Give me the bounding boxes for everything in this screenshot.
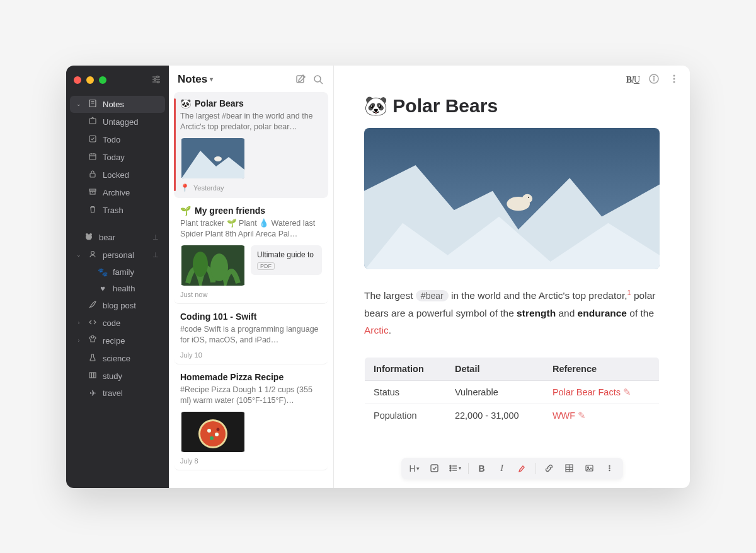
sidebar-tag-science[interactable]: science <box>70 350 165 367</box>
svg-point-56 <box>450 468 451 469</box>
new-note-button[interactable] <box>294 73 307 86</box>
sidebar-item-trash[interactable]: Trash <box>70 202 165 219</box>
sidebar-tag-bear[interactable]: bear ⊥ <box>70 229 165 246</box>
document-paragraph[interactable]: The largest #bear in the world and the A… <box>364 287 660 340</box>
svg-rect-9 <box>89 119 96 124</box>
chevron-right-icon: › <box>75 320 83 326</box>
document-title[interactable]: 🐼 Polar Bears <box>364 95 660 117</box>
plane-icon: ✈ <box>88 388 98 398</box>
sidebar-tag-blogpost[interactable]: blog post <box>70 297 165 314</box>
feather-icon <box>88 300 98 311</box>
tag-label: bear <box>99 233 147 242</box>
books-icon <box>88 371 98 381</box>
table-header: Reference <box>544 358 660 381</box>
note-card[interactable]: 🐼 Polar Bears The largest #bear in the w… <box>174 92 328 198</box>
note-card[interactable]: Coding 101 - Swift #code Swift is a prog… <box>174 305 328 364</box>
window-controls <box>66 71 169 94</box>
tag-label: recipe <box>103 336 159 346</box>
table-button[interactable] <box>560 460 579 477</box>
maximize-window-button[interactable] <box>99 76 106 84</box>
minimize-window-button[interactable] <box>86 76 94 84</box>
hashtag[interactable]: #bear <box>416 290 449 301</box>
sidebar-item-untagged[interactable]: Untagged <box>70 114 165 131</box>
sidebar-tag-health[interactable]: ♥ health <box>70 281 165 296</box>
svg-point-34 <box>210 253 228 281</box>
svg-point-68 <box>609 467 610 469</box>
editor-body[interactable]: 🐼 Polar Bears The largest #bear in the w… <box>334 95 690 488</box>
sidebar-tag-personal[interactable]: ⌄ personal ⊥ <box>70 247 165 264</box>
more-format-button[interactable] <box>600 460 619 477</box>
more-menu-button[interactable] <box>668 73 680 87</box>
lock-icon <box>88 170 98 180</box>
sidebar-item-archive[interactable]: Archive <box>70 184 165 201</box>
note-list-title-dropdown[interactable]: Notes ▾ <box>178 73 213 86</box>
table-header: Detail <box>446 358 544 381</box>
sidebar-tag-code[interactable]: › code <box>70 315 165 332</box>
sidebar-tag-study[interactable]: study <box>70 368 165 385</box>
note-title: Coding 101 - Swift <box>180 311 256 322</box>
edit-icon[interactable]: ✎ <box>578 410 586 421</box>
tag-label: health <box>113 284 159 293</box>
svg-point-45 <box>673 74 675 76</box>
tag-label: family <box>113 267 159 277</box>
svg-point-33 <box>193 252 208 277</box>
italic-button[interactable]: I <box>493 460 512 477</box>
svg-rect-54 <box>431 465 438 472</box>
sidebar-label: Today <box>103 153 159 162</box>
note-preview: #Recipe Pizza Dough 1 1/2 cups (355 ml) … <box>180 385 322 407</box>
note-attachment[interactable]: Ultimate guide to PDF <box>251 245 322 275</box>
svg-rect-23 <box>89 373 91 378</box>
note-preview: Plant tracker 🌱 Plant 💧 Watered last Spi… <box>180 218 322 240</box>
note-card[interactable]: 🌱 My green friends Plant tracker 🌱 Plant… <box>174 199 328 304</box>
editor-panel: BIU 🐼 Polar Bears <box>334 66 690 488</box>
svg-point-38 <box>207 429 211 433</box>
sidebar-label: Todo <box>103 135 159 144</box>
svg-point-46 <box>673 78 675 79</box>
sidebar-item-notes[interactable]: ⌄ Notes <box>70 96 165 113</box>
svg-point-41 <box>217 428 220 431</box>
sidebar-tag-recipe[interactable]: › recipe <box>70 332 165 349</box>
svg-point-37 <box>200 421 226 446</box>
table-row[interactable]: Status Vulnerable Polar Bear Facts✎ <box>365 381 660 404</box>
archive-icon <box>88 187 98 198</box>
reference-link[interactable]: Polar Bear Facts <box>553 387 621 397</box>
note-list-panel: Notes ▾ 🐼 Polar Bears The largest #bear … <box>169 66 334 488</box>
note-title: My green friends <box>195 206 265 216</box>
table-row[interactable]: Population 22,000 - 31,000 WWF✎ <box>365 404 660 428</box>
close-window-button[interactable] <box>74 76 81 84</box>
code-icon <box>88 318 98 329</box>
chevron-right-icon: › <box>75 337 83 344</box>
highlight-button[interactable] <box>513 460 532 477</box>
edit-icon[interactable]: ✎ <box>623 387 631 397</box>
image-button[interactable] <box>580 460 599 477</box>
data-table[interactable]: Information Detail Reference Status Vuln… <box>364 357 660 428</box>
settings-icon[interactable] <box>151 74 161 86</box>
sidebar: ⌄ Notes Untagged Todo Today Locked <box>66 66 169 488</box>
sidebar-item-today[interactable]: Today <box>70 149 165 166</box>
tag-label: study <box>103 371 159 381</box>
sidebar-item-todo[interactable]: Todo <box>70 131 165 148</box>
svg-line-28 <box>320 81 323 84</box>
link-arctic[interactable]: Arctic <box>364 325 389 335</box>
search-button[interactable] <box>312 73 324 86</box>
text-style-button[interactable]: BIU <box>626 75 639 85</box>
svg-point-67 <box>609 465 610 467</box>
link-button[interactable] <box>540 460 559 477</box>
sidebar-tag-family[interactable]: 🐾 family <box>70 264 165 280</box>
sidebar-tag-travel[interactable]: ✈ travel <box>70 385 165 401</box>
pin-icon: ⊥ <box>152 233 159 242</box>
list-button[interactable]: ▾ <box>445 460 464 477</box>
note-card[interactable]: Homemade Pizza Recipe #Recipe Pizza Doug… <box>174 366 328 470</box>
note-date: Yesterday <box>193 184 224 192</box>
bold-button[interactable]: B <box>472 460 491 477</box>
svg-point-40 <box>210 436 214 440</box>
hero-image[interactable] <box>364 128 660 269</box>
heading-button[interactable]: H▾ <box>405 460 424 477</box>
svg-point-53 <box>528 196 529 197</box>
checklist-button[interactable] <box>425 460 444 477</box>
sidebar-item-locked[interactable]: Locked <box>70 166 165 183</box>
reference-link[interactable]: WWF <box>553 410 575 421</box>
sidebar-label: Archive <box>103 188 159 197</box>
pin-icon: 📍 <box>180 183 190 192</box>
info-button[interactable] <box>648 73 660 87</box>
